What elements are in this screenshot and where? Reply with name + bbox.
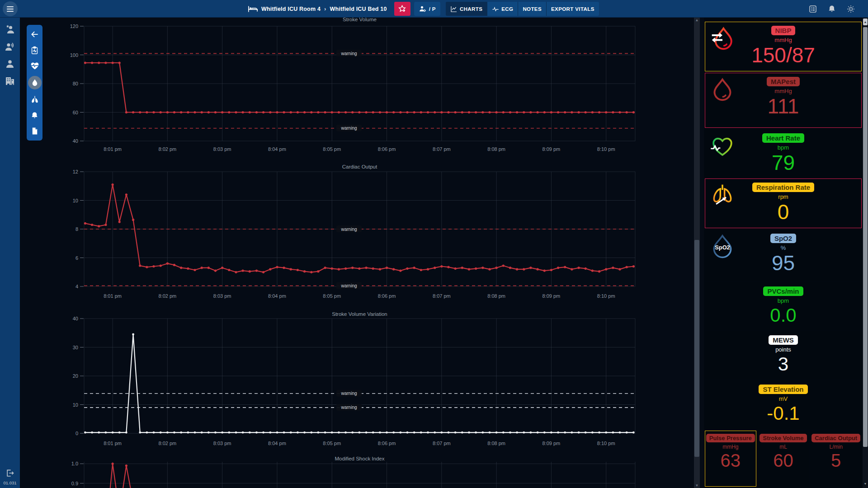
vital-tile-mews[interactable]: MEWS points 3	[705, 331, 862, 379]
series-point	[98, 61, 100, 64]
tab-ecg[interactable]: ECG	[487, 2, 518, 16]
favorite-button[interactable]	[394, 2, 410, 16]
scroll-down-icon[interactable]: ▼	[863, 481, 868, 487]
x-tick-label: 8:06 pm	[378, 441, 396, 446]
series-point	[262, 111, 264, 113]
series-point	[235, 111, 237, 113]
series-point	[612, 267, 614, 269]
tab-charts[interactable]: CHARTS	[446, 2, 487, 16]
vital-tile-st-elevation[interactable]: ST Elevation mV -0.1	[705, 380, 862, 429]
series-point	[125, 193, 127, 196]
series-point	[427, 432, 429, 434]
series-point	[537, 268, 539, 270]
series-point	[440, 265, 443, 267]
clipboard-vitals-icon[interactable]	[29, 44, 41, 56]
series-point	[502, 432, 505, 434]
top-bar: Whitfield ICU Room 4 › Whitfield ICU Bed…	[0, 0, 868, 18]
patient-admit-icon[interactable]	[0, 24, 20, 35]
series-point	[358, 111, 360, 113]
vitals-scrollbar-thumb[interactable]	[863, 27, 868, 447]
breadcrumb-bed[interactable]: Whitfield ICU Bed 10	[330, 6, 387, 12]
series-point	[605, 268, 607, 270]
series-point	[359, 432, 361, 434]
series-point	[571, 432, 573, 434]
y-tick-label: 60	[73, 110, 78, 115]
series-point	[310, 432, 312, 434]
x-tick-label: 8:04 pm	[268, 293, 286, 299]
logout-icon[interactable]	[0, 469, 20, 478]
breadcrumb-room[interactable]: Whitfield ICU Room 4	[261, 6, 321, 12]
alarms-bell-icon[interactable]	[29, 109, 41, 121]
vital-tile-respiration-rate[interactable]: Respiration Rate rpm 0	[705, 178, 862, 228]
series-point	[338, 111, 340, 113]
series-point	[598, 111, 600, 113]
series-point	[105, 432, 107, 434]
x-tick-label: 8:09 pm	[542, 146, 561, 152]
series-point	[255, 111, 258, 113]
x-tick-label: 8:01 pm	[104, 146, 122, 152]
menu-button[interactable]	[3, 1, 18, 16]
charts-scrollbar[interactable]: ▲ ▼	[694, 18, 700, 488]
chart-title: Stroke Volume Variation	[332, 311, 387, 317]
vital-tile-stroke-volume[interactable]: Stroke Volume mL 60	[758, 431, 809, 487]
series-point	[249, 111, 251, 113]
report-file-icon[interactable]	[29, 125, 41, 137]
vital-tile-heart-rate[interactable]: Heart Rate bpm 79	[705, 129, 862, 177]
person-gear-icon	[419, 5, 427, 13]
patient-voice-icon[interactable]	[0, 41, 20, 52]
charts-scrollbar-thumb[interactable]	[694, 240, 699, 457]
lungs-toolbar-icon[interactable]	[29, 94, 41, 105]
tab-export-vitals[interactable]: EXPORT VITALS	[547, 2, 599, 16]
series-point	[262, 271, 264, 273]
hemodynamics-droplet-icon[interactable]	[28, 76, 42, 89]
series-point	[173, 264, 175, 266]
series-point	[372, 267, 374, 270]
series-point	[392, 268, 395, 270]
series-point	[228, 111, 230, 113]
series-point	[516, 268, 518, 270]
svg-text:SpO2: SpO2	[715, 244, 730, 251]
series-point	[331, 432, 333, 434]
series-point	[132, 111, 134, 113]
display-settings-icon[interactable]	[846, 5, 855, 14]
series-point	[509, 432, 511, 434]
series-point	[605, 111, 607, 113]
vital-tile-pvcs[interactable]: PVCs/min bpm 0.0	[705, 282, 862, 330]
patient-icon[interactable]	[0, 58, 20, 69]
back-arrow-icon[interactable]	[29, 28, 41, 40]
hospital-building-icon[interactable]	[0, 75, 20, 86]
star-add-icon	[398, 5, 406, 13]
vital-tile-pulse-pressure[interactable]: Pulse Pressure mmHg 63	[705, 431, 756, 487]
series-point	[139, 264, 141, 267]
series-point	[173, 111, 175, 113]
series-point	[104, 61, 107, 64]
series-point	[201, 267, 203, 269]
tab-notes-label: NOTES	[523, 6, 542, 12]
scroll-down-icon[interactable]: ▼	[694, 483, 700, 488]
series-point	[578, 267, 580, 269]
y-tick-label: 80	[73, 81, 78, 86]
patient-profile-button[interactable]: / P	[414, 2, 440, 16]
series-point	[187, 267, 189, 270]
scroll-up-icon[interactable]: ▲	[863, 19, 868, 25]
x-tick-label: 8:02 pm	[158, 146, 176, 152]
vitals-scrollbar[interactable]: ▲ ▼	[863, 18, 868, 488]
scroll-up-icon[interactable]: ▲	[694, 18, 700, 22]
tab-notes[interactable]: NOTES	[518, 2, 547, 16]
heart-pulse-toolbar-icon[interactable]	[29, 60, 41, 72]
vital-label-badge: Respiration Rate	[752, 183, 814, 192]
series-point	[153, 432, 155, 434]
series-point	[379, 432, 381, 434]
vital-tile-cardiac-output[interactable]: Cardiac Output L/min 5	[810, 431, 862, 487]
list-panel-icon[interactable]	[808, 5, 817, 14]
vital-tile-spo2[interactable]: SpO2 SpO2 % 95	[705, 230, 862, 281]
series-point	[564, 266, 566, 268]
series-point	[447, 111, 449, 113]
vital-tile-nibp[interactable]: NIBP mmHg 150/87	[705, 22, 862, 71]
series-point	[454, 432, 457, 434]
vital-tile-mapest[interactable]: MAPest mmHg 111	[705, 73, 862, 128]
series-point	[509, 111, 511, 113]
series-point	[112, 432, 114, 434]
notifications-bell-icon[interactable]	[827, 5, 836, 14]
series-point	[84, 432, 86, 434]
